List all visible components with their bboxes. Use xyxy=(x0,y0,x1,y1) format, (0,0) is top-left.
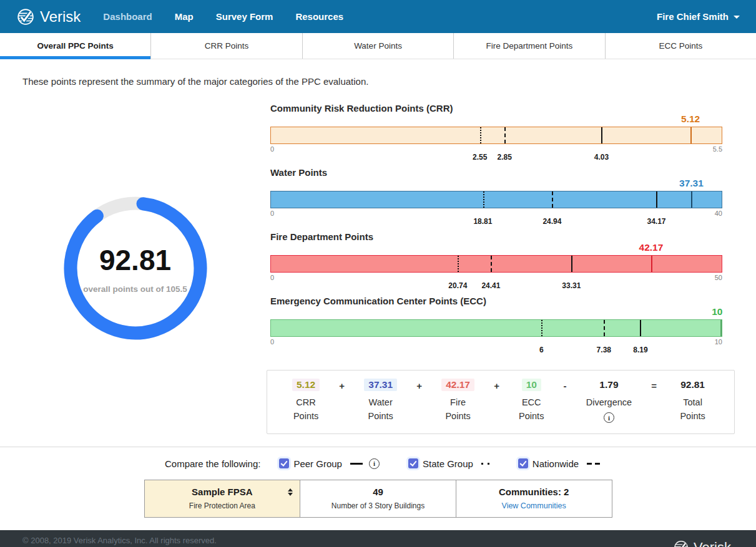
bar-marker-labels: 2.552.854.03 xyxy=(270,152,722,163)
peer_group-marker-line xyxy=(571,256,572,272)
user-menu-label: Fire Chief Smith xyxy=(657,11,729,22)
tab-ecc-points[interactable]: ECC Points xyxy=(606,33,756,59)
overall-points-value: 92.81 xyxy=(99,243,171,277)
info-cell-title: 49 xyxy=(305,486,451,497)
bar-chart-emergency-communication-center-points-ecc: Emergency Communication Center Points (E… xyxy=(270,296,722,356)
nav-item-survey-form[interactable]: Survey Form xyxy=(216,11,273,22)
bar-chart-title: Water Points xyxy=(270,167,722,178)
bar-track: 42.17 xyxy=(270,255,722,273)
solid-line-swatch xyxy=(350,463,363,465)
peer_group-marker-value: 33.31 xyxy=(562,281,581,290)
footer: © 2008, 2019 Verisk Analytics, Inc. All … xyxy=(0,530,756,547)
bar-marker-labels: 18.8124.9434.17 xyxy=(270,216,722,227)
crr-points-summary: 5.12CRRPoints xyxy=(292,379,320,424)
compare-label: Compare the following: xyxy=(165,458,260,469)
bar-value-line xyxy=(720,320,722,336)
bar-axis: 040 xyxy=(270,208,722,216)
summary-label: CRRPoints xyxy=(293,395,318,424)
bar-value-label: 5.12 xyxy=(681,114,700,125)
state_group-marker-value: 18.81 xyxy=(473,217,492,226)
bar-value-line xyxy=(651,256,652,272)
state-group-checkbox[interactable] xyxy=(408,458,418,468)
dashed-line-swatch xyxy=(587,463,600,465)
bar-value-line xyxy=(691,191,692,208)
brand-text: Verisk xyxy=(40,8,81,26)
select-arrows-icon xyxy=(288,488,293,496)
summary-label: TotalPoints xyxy=(680,395,705,424)
nav-menu: DashboardMapSurvey FormResources xyxy=(103,11,343,22)
state_group-marker-line xyxy=(458,256,459,272)
copyright-text: © 2008, 2019 Verisk Analytics, Inc. All … xyxy=(22,536,734,545)
bar-chart-water-points: Water Points37.3104018.8124.9434.17 xyxy=(270,167,722,227)
water-points-summary: 37.31WaterPoints xyxy=(364,379,397,424)
peer_group-marker-line xyxy=(640,320,641,336)
state_group-marker-value: 20.74 xyxy=(448,281,467,290)
summary-label: WaterPoints xyxy=(368,395,393,424)
points-summary-equation: 5.12CRRPoints+37.31WaterPoints+42.17Fire… xyxy=(267,370,735,434)
summary-value: 1.79 xyxy=(595,379,622,391)
nav-item-map[interactable]: Map xyxy=(175,11,194,22)
operator: = xyxy=(651,380,657,391)
peer_group-marker-line xyxy=(601,127,602,143)
section-divider xyxy=(0,447,756,447)
bar-track: 10 xyxy=(270,319,722,337)
nationwide-marker-line xyxy=(552,191,553,208)
bar-chart-title: Fire Department Points xyxy=(270,231,722,242)
tab-water-points[interactable]: Water Points xyxy=(303,33,454,59)
info-icon[interactable]: i xyxy=(369,458,380,469)
nationwide-checkbox[interactable] xyxy=(518,458,528,468)
peer_group-marker-value: 4.03 xyxy=(594,153,609,162)
bar-chart-fire-department-points: Fire Department Points42.1705020.7424.41… xyxy=(270,231,722,291)
fire-points-summary: 42.17FirePoints xyxy=(441,379,474,424)
footer-brand-text: Verisk xyxy=(694,540,731,547)
info-cell-communities-2: Communities: 2View Communities xyxy=(456,480,612,517)
bar-track: 5.12 xyxy=(270,127,722,144)
user-menu[interactable]: Fire Chief Smith xyxy=(657,11,740,22)
info-cell-49: 49Number of 3 Story Buildings xyxy=(300,480,456,517)
compare-option-nationwide: Nationwide xyxy=(518,458,600,469)
bar-chart-community-risk-reduction-points-crr: Community Risk Reduction Points (CRR)5.1… xyxy=(270,103,722,163)
info-cell-subtitle: Number of 3 Story Buildings xyxy=(305,501,451,510)
info-cell-title: Sample FPSA xyxy=(150,486,295,497)
compare-option-peer-group: Peer Groupi xyxy=(279,458,380,469)
bar-marker-labels: 20.7424.4133.31 xyxy=(270,281,722,291)
nav-item-resources[interactable]: Resources xyxy=(295,11,343,22)
nationwide-marker-value: 2.85 xyxy=(497,153,511,162)
compare-option-label: State Group xyxy=(423,458,473,469)
bar-value-label: 10 xyxy=(712,306,722,317)
summary-value: 37.31 xyxy=(364,379,397,391)
bar-axis: 050 xyxy=(270,273,722,281)
summary-label: Divergence xyxy=(586,395,632,409)
nationwide-marker-value: 24.94 xyxy=(542,217,561,226)
footer-verisk-brand[interactable]: Verisk xyxy=(673,540,731,547)
summary-value: 42.17 xyxy=(441,379,474,391)
tab-crr-points[interactable]: CRR Points xyxy=(151,33,302,59)
charts-section: 92.81 overall points out of 105.5 Commun… xyxy=(0,103,756,434)
state_group-marker-value: 2.55 xyxy=(473,153,487,162)
peer_group-marker-line xyxy=(656,191,657,208)
state_group-marker-line xyxy=(480,127,481,143)
summary-value: 10 xyxy=(522,379,541,391)
compare-option-label: Peer Group xyxy=(293,458,342,469)
operator: - xyxy=(564,380,567,391)
info-cell-sample-fpsa[interactable]: Sample FPSAFire Protection Area xyxy=(145,480,301,517)
peer-group-checkbox[interactable] xyxy=(279,458,289,468)
peer_group-marker-value: 34.17 xyxy=(647,217,665,226)
info-icon[interactable]: i xyxy=(604,412,614,423)
state_group-marker-line xyxy=(483,191,484,208)
overall-points-label: overall points out of 105.5 xyxy=(83,284,187,294)
intro-text: These points represent the summary of th… xyxy=(22,76,734,87)
tab-fire-department-points[interactable]: Fire Department Points xyxy=(454,33,605,59)
nationwide-marker-line xyxy=(604,320,605,336)
divergence-summary: 1.79Divergencei xyxy=(586,379,632,423)
verisk-brand[interactable]: Verisk xyxy=(16,7,81,26)
area-info-panel: Sample FPSAFire Protection Area49Number … xyxy=(144,480,612,518)
nav-item-dashboard[interactable]: Dashboard xyxy=(103,11,152,22)
nationwide-marker-line xyxy=(491,256,492,272)
state_group-marker-line xyxy=(541,320,542,336)
view-communities-link[interactable]: View Communities xyxy=(461,501,607,510)
info-cell-subtitle: Fire Protection Area xyxy=(150,501,295,510)
nationwide-marker-value: 24.41 xyxy=(481,281,500,290)
tab-overall-ppc-points[interactable]: Overall PPC Points xyxy=(0,33,151,59)
summary-label: FirePoints xyxy=(445,395,470,424)
